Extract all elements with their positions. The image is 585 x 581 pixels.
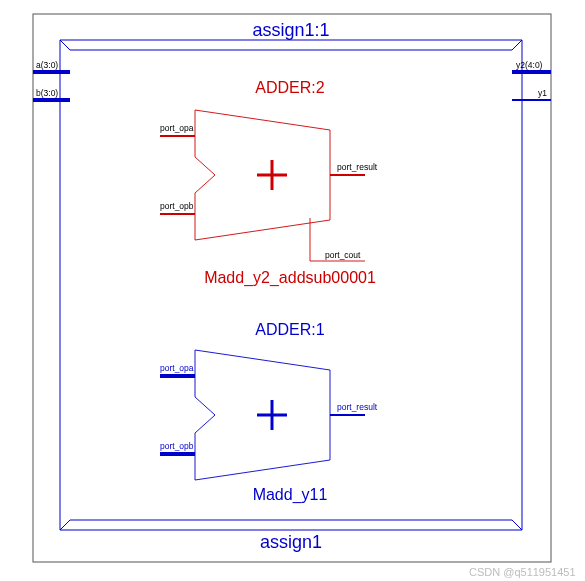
adder1-title: ADDER:1 (255, 321, 324, 338)
schematic-canvas: assign1:1 assign1 a(3:0) b(3:0) y2(4:0) … (0, 0, 585, 581)
plus-icon (257, 160, 287, 190)
module-instance: assign1 (260, 532, 322, 552)
adder2-port-opa[interactable]: port_opa (160, 123, 195, 136)
adder1-port-opb-label: port_opb (160, 441, 194, 451)
adder2-title: ADDER:2 (255, 79, 324, 96)
adder1-port-opa[interactable]: port_opa (160, 363, 195, 376)
adder2-port-cout[interactable]: port_cout (310, 218, 365, 261)
input-a-label: a(3:0) (36, 60, 58, 70)
adder1-port-result-label: port_result (337, 402, 378, 412)
adder2-port-result[interactable]: port_result (330, 162, 378, 175)
output-y2-label: y2(4:0) (516, 60, 543, 70)
adder2-port-opb-label: port_opb (160, 201, 194, 211)
plus-icon (257, 400, 287, 430)
adder2-port-opa-label: port_opa (160, 123, 194, 133)
watermark: CSDN @q511951451 (469, 566, 576, 578)
adder1-instance: Madd_y11 (253, 486, 328, 504)
input-pin-b[interactable]: b(3:0) (33, 88, 70, 100)
input-b-label: b(3:0) (36, 88, 58, 98)
adder2-port-result-label: port_result (337, 162, 378, 172)
adder1-port-result[interactable]: port_result (330, 402, 378, 415)
adder2-instance: Madd_y2_addsub00001 (204, 269, 376, 287)
module-title: assign1:1 (252, 20, 329, 40)
adder1-port-opb[interactable]: port_opb (160, 441, 195, 454)
adder1-block[interactable]: ADDER:1 port_opa port_opb port_result Ma… (160, 321, 378, 504)
output-pin-y1[interactable]: y1 (512, 88, 551, 100)
output-y1-label: y1 (538, 88, 547, 98)
output-pin-y2[interactable]: y2(4:0) (512, 60, 551, 72)
adder1-port-opa-label: port_opa (160, 363, 194, 373)
outer-frame (33, 14, 551, 562)
adder2-port-opb[interactable]: port_opb (160, 201, 195, 214)
adder2-block[interactable]: ADDER:2 port_opa port_opb port_result po… (160, 79, 378, 287)
adder2-port-cout-label: port_cout (325, 250, 361, 260)
input-pin-a[interactable]: a(3:0) (33, 60, 70, 72)
